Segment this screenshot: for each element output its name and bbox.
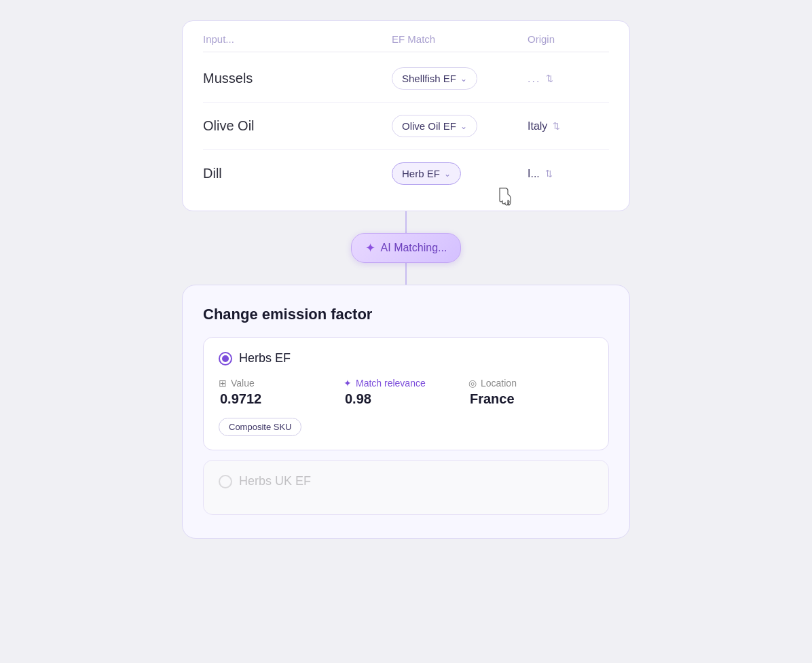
table-row: Mussels Shellfish EF ⌄ ... ⇅ bbox=[203, 55, 609, 103]
ef-option-name: Herbs EF bbox=[239, 351, 291, 365]
ef-stats: ⊞ Value 0.9712 ✦ Match relevance 0.98 ◎ bbox=[219, 378, 593, 407]
ef-option-header-uk: Herbs UK EF bbox=[219, 474, 593, 488]
location-pin-icon: ◎ bbox=[468, 378, 477, 389]
table-row: Olive Oil Olive Oil EF ⌄ Italy ⇅ bbox=[203, 103, 609, 150]
col-origin: Origin bbox=[528, 33, 609, 45]
origin-cell-mussels: ... ⇅ bbox=[528, 73, 609, 85]
location-label: ◎ Location bbox=[468, 378, 593, 389]
col-input: Input... bbox=[203, 33, 392, 45]
ef-dropdown-olive-oil[interactable]: Olive Oil EF ⌄ bbox=[392, 115, 477, 137]
row-label-olive-oil: Olive Oil bbox=[203, 118, 392, 134]
value-label: ⊞ Value bbox=[219, 378, 344, 389]
updown-icon[interactable]: ⇅ bbox=[545, 168, 553, 179]
ef-dropdown-mussels[interactable]: Shellfish EF ⌄ bbox=[392, 67, 477, 90]
origin-cell-dill: I... ⇅ bbox=[528, 168, 609, 180]
ef-option-name-uk: Herbs UK EF bbox=[239, 474, 311, 488]
chevron-down-icon: ⌄ bbox=[460, 74, 467, 84]
value-number: 0.9712 bbox=[219, 391, 344, 407]
ai-button-label: AI Matching... bbox=[381, 242, 447, 254]
radio-selected[interactable] bbox=[219, 352, 232, 365]
grid-icon: ⊞ bbox=[219, 378, 227, 389]
table-card: Input... EF Match Origin Mussels Shellfi… bbox=[182, 20, 630, 211]
connector-line-top bbox=[405, 211, 407, 233]
location-value: France bbox=[468, 391, 593, 407]
match-label: ✦ Match relevance bbox=[344, 378, 468, 389]
sparkle-icon: ✦ bbox=[365, 240, 375, 255]
chevron-down-icon: ⌄ bbox=[444, 169, 451, 179]
ef-option-header: Herbs EF bbox=[219, 351, 593, 365]
row-label-dill: Dill bbox=[203, 166, 392, 181]
table-header: Input... EF Match Origin bbox=[203, 21, 609, 52]
ef-dropdown-dill[interactable]: Herb EF ⌄ bbox=[392, 162, 461, 185]
origin-cell-olive-oil: Italy ⇅ bbox=[528, 120, 609, 132]
match-star-icon: ✦ bbox=[344, 378, 352, 389]
ef-option-herbs-ef[interactable]: Herbs EF ⊞ Value 0.9712 ✦ Match relevanc… bbox=[203, 337, 609, 450]
ai-matching-button[interactable]: ✦ AI Matching... bbox=[351, 233, 462, 263]
table-row: Dill Herb EF ⌄ I... ⇅ bbox=[203, 150, 609, 197]
panel-title: Change emission factor bbox=[203, 306, 609, 323]
ef-option-herbs-uk-ef[interactable]: Herbs UK EF bbox=[203, 460, 609, 515]
updown-icon[interactable]: ⇅ bbox=[553, 121, 560, 131]
connector-line-bottom bbox=[405, 263, 407, 285]
row-label-mussels: Mussels bbox=[203, 71, 392, 86]
tag-composite-sku: Composite SKU bbox=[219, 418, 301, 436]
col-ef-match: EF Match bbox=[392, 33, 528, 45]
radio-unselected[interactable] bbox=[219, 475, 232, 488]
chevron-down-icon: ⌄ bbox=[460, 122, 467, 131]
stat-value-block: ⊞ Value 0.9712 bbox=[219, 378, 344, 407]
updown-icon[interactable]: ⇅ bbox=[546, 73, 553, 84]
emission-factor-panel: Change emission factor Herbs EF ⊞ Value … bbox=[182, 285, 630, 539]
match-number: 0.98 bbox=[344, 391, 468, 407]
stat-match-block: ✦ Match relevance 0.98 bbox=[344, 378, 468, 407]
stat-location-block: ◎ Location France bbox=[468, 378, 593, 407]
